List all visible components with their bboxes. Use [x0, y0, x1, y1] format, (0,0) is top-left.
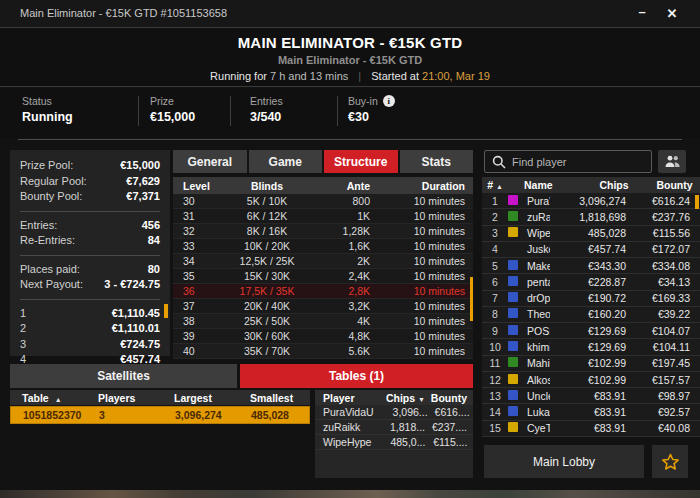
search-input[interactable] — [512, 156, 637, 168]
status-divider-line — [230, 96, 231, 126]
table-player-row[interactable]: zuRaikk1,818...€237.... — [315, 420, 473, 435]
prize-scrollbar-thumb[interactable] — [164, 304, 168, 318]
player-color-cell — [508, 325, 524, 337]
title-bar: Main Eliminator - €15K GTD #1051153658 –… — [0, 0, 700, 28]
player-rank: 8 — [482, 308, 508, 320]
favorite-button[interactable] — [652, 445, 688, 478]
players-list: 1PuraVid...3,096,274€616.242zuRaikk1,818… — [482, 193, 700, 437]
player-row[interactable]: 11Mahiki09€102.99€197.45 — [482, 356, 700, 372]
prize-pool-content: Prize Pool:€15,000Regular Pool:€7,629Bou… — [20, 158, 160, 383]
prize-panel-row: Prize Pool:€15,000 — [20, 158, 160, 174]
chips-column-header[interactable]: Chips — [553, 179, 629, 191]
bounty-column-header[interactable]: Bounty — [629, 179, 700, 191]
player-name: UncleN... — [524, 390, 550, 402]
tables-col-header[interactable]: Smallest — [250, 392, 310, 404]
player-row[interactable]: 4Juskedd€457.74€172.07 — [482, 242, 700, 258]
player-rank: 5 — [482, 260, 508, 272]
tables-col-header[interactable]: Largest — [174, 392, 250, 404]
ante-cell: 2,8K — [316, 285, 374, 297]
info-icon[interactable]: i — [383, 95, 395, 107]
duration-cell: 10 minutes — [374, 225, 473, 237]
tab-game[interactable]: Game — [249, 150, 323, 173]
player-chips: 485,028 — [550, 227, 626, 239]
tables-col-header[interactable]: Players — [98, 392, 174, 404]
player-rank: 7 — [482, 292, 508, 304]
player-name: PuraVid... — [524, 195, 550, 207]
bounty-column-header-mini[interactable]: Bounty — [425, 392, 473, 404]
player-color-cell — [508, 341, 524, 353]
blinds-cell: 6K / 12K — [218, 210, 316, 222]
prize-panel-row: Re-Entries:84 — [20, 233, 160, 249]
player-name: WipeHy... — [524, 227, 550, 239]
player-row[interactable]: 15CyeToLog€83.91€40.08 — [482, 421, 700, 437]
player-row[interactable]: 8Theone...€160.20€39.22 — [482, 307, 700, 323]
player-rank: 13 — [482, 390, 508, 402]
tables-tab[interactable]: Tables (1) — [240, 364, 473, 388]
sort-asc-icon: ▲ — [55, 396, 62, 403]
player-chips: 1,818,698 — [550, 211, 626, 223]
blinds-cell: 25K / 50K — [218, 315, 316, 327]
structure-row: 3310K / 20K1,6K10 minutes — [173, 239, 473, 254]
player-row[interactable]: 12Alkosho...€102.99€157.57 — [482, 372, 700, 388]
player-name: Alkosho... — [524, 374, 550, 386]
ante-cell: 1,28K — [316, 225, 374, 237]
player-row[interactable]: 14LukaMo...€83.91€92.57 — [482, 404, 700, 420]
search-icon — [492, 155, 506, 169]
ante-cell: 5.6K — [316, 345, 374, 357]
table-player-bounty: €237.... — [425, 421, 473, 433]
blinds-cell: 20K / 40K — [218, 300, 316, 312]
running-separator: | — [358, 70, 361, 82]
star-icon — [661, 453, 680, 471]
player-row[interactable]: 9POSITIV...€129.69€104.07 — [482, 323, 700, 339]
people-icon — [664, 155, 681, 168]
structure-col-header: Ante — [316, 180, 374, 192]
close-button[interactable]: ✕ — [660, 4, 684, 24]
players-scrollbar-thumb[interactable] — [695, 195, 699, 209]
chips-column-header-mini[interactable]: Chips▼ — [371, 392, 425, 404]
player-bounty: €157.57 — [626, 374, 700, 386]
minimize-button[interactable]: – — [630, 4, 654, 24]
blinds-cell: 35K / 70K — [218, 345, 316, 357]
structure-row: 316K / 12K1K10 minutes — [173, 209, 473, 224]
tab-structure[interactable]: Structure — [324, 150, 398, 173]
tab-general[interactable]: General — [173, 150, 247, 173]
blinds-cell: 10K / 20K — [218, 240, 316, 252]
player-color-swatch — [508, 195, 518, 205]
player-color-cell — [508, 422, 524, 434]
prize-row-value: 3 - €724.75 — [104, 277, 160, 293]
find-player-box — [484, 150, 652, 173]
prize-panel-row: Entries:456 — [20, 218, 160, 234]
prize-panel-row: Bounty Pool:€7,371 — [20, 189, 160, 205]
player-row[interactable]: 1PuraVid...3,096,274€616.24 — [482, 193, 700, 209]
status-item-value: €15,000 — [150, 110, 195, 124]
tables-col-header[interactable]: Table▲ — [10, 392, 98, 404]
player-row[interactable]: 5MakeTh...€343.30€334.08 — [482, 258, 700, 274]
table-row-selected[interactable]: 105185237033,096,274485,028 — [10, 406, 310, 424]
tab-stats[interactable]: Stats — [400, 150, 474, 173]
player-row[interactable]: 2zuRaikk1,818,698€237.76 — [482, 209, 700, 225]
level-cell: 30 — [173, 195, 218, 207]
player-color-swatch — [508, 308, 518, 318]
table-player-row[interactable]: PuraVidaU3,096...€616.... — [315, 405, 473, 420]
player-name: zuRaikk — [524, 211, 550, 223]
player-name: Theone... — [524, 308, 550, 320]
started-label: Started at — [371, 70, 419, 82]
table-player-row[interactable]: WipeHype485,0...€115.... — [315, 435, 473, 450]
ante-cell: 2,4K — [316, 270, 374, 282]
player-row[interactable]: 6pentap...€228.87€34.13 — [482, 274, 700, 290]
satellites-tab[interactable]: Satellites — [10, 364, 237, 388]
friends-filter-button[interactable] — [658, 150, 686, 173]
main-lobby-button[interactable]: Main Lobby — [484, 445, 644, 478]
player-row[interactable]: 7drOpth...€190.72€169.33 — [482, 291, 700, 307]
structure-scrollbar-thumb[interactable] — [470, 277, 473, 321]
rank-column-header[interactable]: # ▲ — [482, 179, 508, 191]
player-row[interactable]: 3WipeHy...485,028€115.56 — [482, 226, 700, 242]
player-column-header[interactable]: Player — [315, 392, 371, 404]
player-row[interactable]: 13UncleN...€83.91€98.97 — [482, 388, 700, 404]
ante-cell: 4,8K — [316, 330, 374, 342]
table-id-cell: 1051852370 — [11, 409, 99, 421]
name-column-header[interactable]: Name — [524, 179, 553, 191]
player-row[interactable]: 10khimikv...€129.69€104.11 — [482, 339, 700, 355]
player-color-cell — [508, 374, 524, 386]
player-bounty: €104.07 — [626, 325, 700, 337]
